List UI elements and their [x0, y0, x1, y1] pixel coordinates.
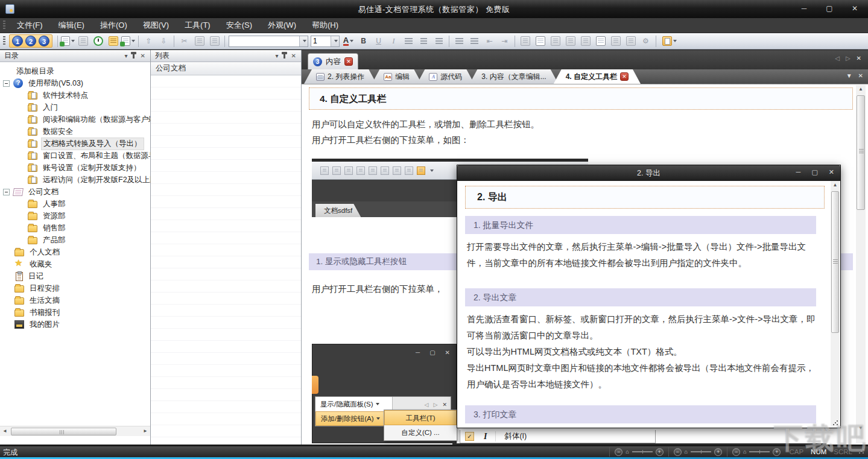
tab-close-icon[interactable]: ✕ [620, 72, 629, 81]
scroll-up-icon[interactable]: ▲ [831, 181, 840, 190]
zoom-slider-2[interactable]: − ⌂ + [668, 447, 727, 457]
hyperlink-button[interactable] [518, 34, 532, 48]
float-close-button[interactable]: ✕ [829, 168, 834, 176]
tree-item[interactable]: 软件技术特点 [0, 89, 150, 101]
snapshot-button[interactable] [609, 34, 622, 48]
float-minimize-button[interactable]: ─ [796, 168, 801, 176]
list-header-company-docs[interactable]: 公司文档 [151, 62, 301, 75]
collapse-toggle[interactable] [3, 80, 10, 87]
slider-track[interactable] [749, 451, 770, 452]
view-2-button[interactable]: 2 [25, 36, 36, 46]
italic-button[interactable]: I [387, 34, 401, 48]
maximize-button[interactable]: ▢ [821, 2, 838, 14]
cut-button[interactable]: ✂ [177, 34, 191, 48]
float-title-bar[interactable]: 2. 导出 ─ ▢ ✕ [457, 165, 840, 181]
minimize-button[interactable]: ─ [796, 2, 813, 14]
panel-menu-icon[interactable]: ▾ [125, 52, 128, 59]
align-right-button[interactable] [432, 34, 446, 48]
align-center-button[interactable] [417, 34, 431, 48]
numbered-list-button[interactable] [452, 34, 466, 48]
tab-edit[interactable]: 编辑 [372, 69, 422, 84]
zoom-out-icon[interactable]: − [674, 448, 682, 456]
tree-item[interactable]: 远程访问（定制开发版F2及以上版 [0, 174, 150, 186]
toolbar-grip[interactable] [3, 36, 5, 46]
menu-view[interactable]: 视图(V) [135, 18, 177, 33]
tab-scroll-right-icon[interactable]: ▷ [846, 55, 851, 62]
zoom-slider-1[interactable]: − ⌂ + [609, 447, 668, 457]
new-from-template-button[interactable] [76, 34, 90, 48]
tree-item[interactable]: 人事部 [0, 198, 150, 210]
font-name-input[interactable] [229, 36, 299, 46]
bold-button[interactable]: B [356, 34, 370, 48]
view-3-button[interactable]: 3 [39, 36, 49, 46]
move-down-button[interactable]: ⇩ [157, 34, 171, 48]
menu-file[interactable]: 文件(F) [9, 18, 51, 33]
font-size-dropdown[interactable] [331, 36, 339, 46]
insert-button[interactable] [121, 34, 135, 48]
paste-button[interactable] [207, 34, 221, 48]
menu-help[interactable]: 帮助(H) [304, 18, 346, 33]
menu-tools[interactable]: 工具(T) [177, 18, 218, 33]
tree-item-selected[interactable]: 文档格式转换及导入（导出） [0, 138, 150, 150]
close-button[interactable]: ✕ [846, 2, 863, 14]
align-left-button[interactable] [402, 34, 416, 48]
float-v-scrollbar[interactable]: ▲ [831, 181, 840, 427]
bullet-list-button[interactable] [467, 34, 481, 48]
scroll-left-icon[interactable]: ◄ [0, 426, 10, 436]
menu-appearance[interactable]: 外观(W) [260, 18, 304, 33]
tree-item[interactable]: 数据安全 [0, 125, 150, 138]
tree-item[interactable]: 账号设置（定制开发版支持） [0, 162, 150, 174]
menu-operate[interactable]: 操作(O) [92, 18, 135, 33]
menu-edit[interactable]: 编辑(E) [51, 18, 92, 33]
insert-panel-button[interactable] [659, 34, 680, 48]
notes-button[interactable] [106, 34, 120, 48]
pin-icon[interactable] [284, 54, 285, 59]
copy-button[interactable] [192, 34, 206, 48]
content-v-scrollbar[interactable]: ▲ ▼ [856, 85, 866, 443]
tab-row-close-icon[interactable]: ✕ [857, 55, 861, 62]
menubar-grip[interactable] [3, 21, 5, 30]
tab-content-editor[interactable]: 3. 内容（文章编辑... [469, 69, 558, 84]
zoom-out-icon[interactable]: − [615, 448, 622, 456]
tab-source-code[interactable]: 源代码 [417, 69, 474, 84]
tab-custom-toolbar[interactable]: 4. 自定义工具栏✕ [554, 69, 641, 84]
tree-item-help[interactable]: 使用帮助(V5.03) [0, 77, 150, 89]
font-name-dropdown[interactable] [299, 36, 308, 46]
font-color-button[interactable]: A [341, 34, 355, 48]
image-button[interactable] [578, 34, 592, 48]
scroll-right-icon[interactable]: ► [141, 426, 150, 436]
panel-close-icon[interactable]: ✕ [291, 52, 296, 59]
tools-button[interactable]: ⚙ [639, 34, 653, 48]
tree-item[interactable]: 书籍报刊 [0, 306, 150, 318]
tree-item-add-root[interactable]: 添加根目录 [0, 65, 150, 77]
tree-item-company-docs[interactable]: 公司文档 [0, 186, 150, 198]
tree-item[interactable]: 日程安排 [0, 282, 150, 294]
font-size-combo[interactable] [311, 36, 340, 47]
group-tab-close-icon[interactable]: ✕ [344, 57, 353, 66]
tree-item[interactable]: 资源部 [0, 210, 150, 222]
collapse-toggle[interactable] [3, 189, 10, 195]
document-button[interactable] [533, 34, 547, 48]
tab-close-all-icon[interactable]: ✕ [858, 72, 863, 79]
tree-item-favorites[interactable]: 收藏夹 [0, 258, 150, 270]
content-group-tab[interactable]: 3 内容 ✕ [308, 53, 358, 69]
scrollbar-thumb[interactable] [857, 95, 865, 210]
indent-button[interactable]: ⇥ [498, 34, 512, 48]
underline-button[interactable]: U [372, 34, 385, 48]
move-up-button[interactable]: ⇧ [142, 34, 156, 48]
view-1-button[interactable]: 1 [12, 36, 23, 46]
zoom-in-icon[interactable]: + [656, 448, 664, 456]
layers-button[interactable] [548, 34, 562, 48]
tab-list-operations[interactable]: 2. 列表操作 [304, 69, 376, 84]
scrollbar-thumb[interactable] [11, 428, 116, 435]
tree-item[interactable]: 产品部 [0, 234, 150, 246]
pin-icon[interactable] [133, 54, 135, 59]
tree-item[interactable]: 销售部 [0, 222, 150, 234]
tree-item[interactable]: 入门 [0, 101, 150, 113]
camera-button[interactable] [624, 34, 638, 48]
slider-track[interactable] [632, 451, 653, 452]
tree-item[interactable]: 生活文摘 [0, 294, 150, 306]
menu-security[interactable]: 安全(S) [218, 18, 260, 33]
tree-item-diary[interactable]: 日记 [0, 270, 150, 282]
outdent-button[interactable]: ⇤ [483, 34, 496, 48]
